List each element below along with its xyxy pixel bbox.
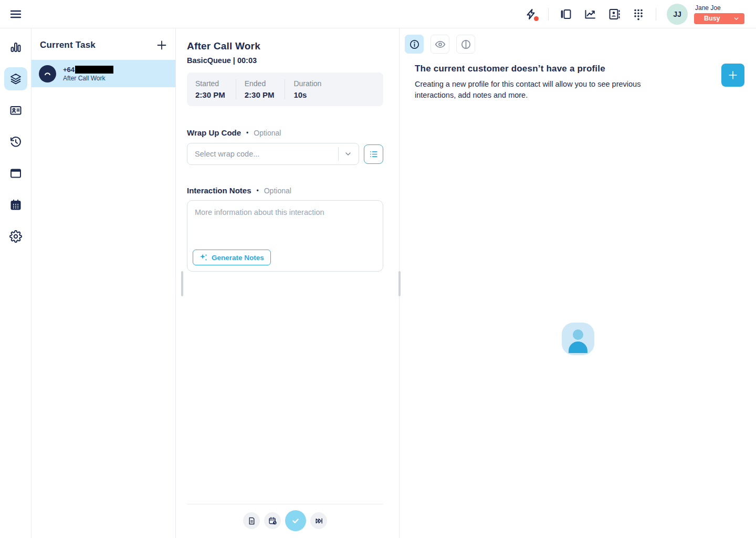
task-actions-bar [187, 504, 383, 538]
task-status-label: After Call Work [63, 75, 113, 82]
interaction-notes-label: Interaction Notes [187, 186, 251, 195]
bar-chart-icon [9, 41, 22, 54]
skip-next-button[interactable] [310, 512, 327, 529]
top-bar: JJ Jane Joe Busy [0, 0, 756, 28]
agent-desktop-app: JJ Jane Joe Busy [0, 0, 756, 538]
profile-tabs [400, 28, 756, 54]
divider [548, 8, 549, 20]
info-icon [409, 39, 420, 50]
wrap-up-code-label: Wrap Up Code [187, 128, 241, 137]
calendar-icon [9, 199, 22, 211]
started-label: Started [195, 79, 225, 88]
panel-toggle-icon[interactable] [560, 8, 572, 20]
schedule-button[interactable] [264, 512, 281, 529]
task-detail-title: After Call Work [187, 40, 383, 52]
wrap-code-select-placeholder: Select wrap code... [195, 150, 338, 158]
skip-next-icon [314, 516, 323, 525]
customer-profile-panel: The current customer doesn’t have a prof… [400, 28, 756, 538]
contact-card-icon [9, 104, 22, 117]
middle-panel-scrollbar[interactable] [181, 271, 183, 296]
phone-handset-icon [39, 65, 56, 82]
no-profile-header: The current customer doesn’t have a prof… [415, 64, 744, 101]
sidebar-item-browser[interactable] [4, 162, 27, 185]
wrap-code-list-button[interactable] [364, 144, 383, 164]
optional-label: Optional [264, 187, 291, 195]
user-initials: JJ [673, 10, 681, 18]
sparkle-icon [200, 253, 208, 262]
eye-icon [435, 39, 446, 50]
right-panel-scrollbar[interactable] [398, 271, 401, 296]
queue-name: BasicQueue [187, 56, 231, 65]
tab-info[interactable] [405, 35, 424, 54]
contacts-book-icon[interactable] [608, 8, 621, 20]
check-complete-icon [290, 515, 301, 526]
plus-icon [727, 69, 739, 81]
sidebar-item-history[interactable] [4, 130, 27, 153]
top-bar-actions: JJ Jane Joe Busy [519, 4, 756, 25]
task-phone-number: +64 [63, 66, 75, 74]
interaction-notes-box: Generate Notes [187, 200, 383, 272]
layers-tasks-icon [9, 73, 22, 85]
task-detail-panel: After Call Work BasicQueue | 00:03 Start… [176, 28, 400, 538]
left-navigation-rail [0, 28, 32, 538]
panel-title: Current Task [40, 40, 96, 50]
optional-label: Optional [254, 129, 281, 137]
chevron-down-icon [344, 150, 352, 158]
chevron-down-icon [733, 15, 740, 22]
flash-notification-icon[interactable] [524, 8, 537, 20]
customer-placeholder-avatar [562, 323, 594, 355]
interaction-notes-input[interactable] [187, 201, 383, 249]
complete-task-button[interactable] [285, 510, 306, 531]
analytics-icon[interactable] [584, 8, 596, 20]
generate-notes-label: Generate Notes [212, 254, 264, 262]
user-block: JJ Jane Joe Busy [667, 4, 744, 25]
divider [656, 8, 656, 20]
list-icon [369, 149, 379, 159]
call-summary-box: Started 2:30 PM Ended 2:30 PM Duration 1… [187, 73, 383, 106]
divider [338, 147, 339, 161]
duration-label: Duration [293, 79, 321, 88]
bullet: • [246, 129, 248, 137]
create-profile-button[interactable] [721, 64, 744, 87]
dialpad-icon[interactable] [632, 8, 645, 20]
history-icon [9, 136, 22, 148]
no-profile-heading: The current customer doesn’t have a prof… [415, 64, 666, 74]
tab-view[interactable] [430, 35, 449, 54]
sidebar-item-contacts[interactable] [4, 99, 27, 122]
redacted-phone-number [75, 66, 113, 74]
tab-split-view[interactable] [456, 35, 475, 54]
bullet: • [257, 187, 259, 194]
status-dropdown-button[interactable]: Busy [694, 13, 744, 24]
notes-document-button[interactable] [243, 512, 260, 529]
user-name: Jane Joe [695, 4, 744, 12]
ended-label: Ended [245, 79, 275, 88]
calendar-clock-icon [268, 516, 277, 525]
generate-notes-button[interactable]: Generate Notes [193, 250, 271, 265]
notification-dot [534, 16, 539, 21]
add-task-button[interactable] [155, 39, 168, 51]
duration-value: 10s [293, 90, 321, 99]
document-icon [247, 516, 256, 525]
person-icon [573, 329, 583, 340]
status-label: Busy [704, 15, 720, 22]
sidebar-item-settings[interactable] [4, 225, 27, 248]
sidebar-item-metrics[interactable] [4, 36, 27, 59]
plus-icon [155, 39, 168, 51]
browser-window-icon [9, 167, 22, 180]
separator: | [233, 56, 235, 65]
current-task-panel: Current Task +64 After Call Work [32, 28, 176, 538]
task-list-item[interactable]: +64 After Call Work [32, 60, 175, 87]
queue-and-timer: BasicQueue | 00:03 [187, 56, 383, 65]
wrap-code-select[interactable]: Select wrap code... [187, 143, 359, 165]
sidebar-item-calendar[interactable] [4, 193, 27, 216]
split-view-icon [460, 39, 471, 50]
timer-value: 00:03 [237, 56, 257, 65]
user-avatar[interactable]: JJ [667, 4, 688, 25]
sidebar-item-tasks[interactable] [4, 67, 27, 90]
ended-value: 2:30 PM [245, 90, 275, 99]
no-profile-description: Creating a new profile for this contact … [415, 79, 666, 101]
started-value: 2:30 PM [195, 90, 225, 99]
settings-gear-icon [9, 230, 22, 243]
menu-icon[interactable] [9, 8, 22, 20]
